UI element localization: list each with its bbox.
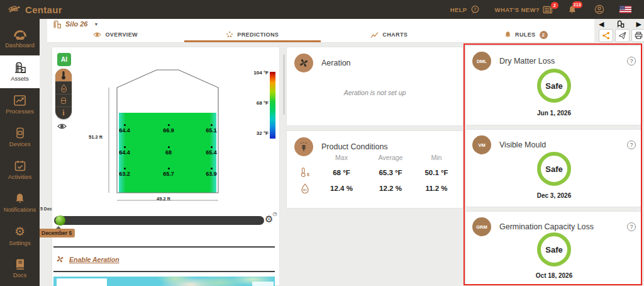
- temp-point[interactable]: 65.4: [200, 149, 223, 156]
- silo-building-icon: [14, 62, 26, 73]
- prediction-date: Oct 18, 2026: [466, 272, 642, 279]
- account-button[interactable]: [594, 4, 604, 14]
- svg-text:MC: MC: [303, 188, 307, 192]
- dml-badge: DML: [472, 52, 491, 71]
- sidebar-item-activities[interactable]: Activities: [0, 154, 40, 186]
- info-layer-button[interactable]: i: [55, 106, 72, 119]
- info-glyph: i: [62, 108, 64, 118]
- enable-aeration-label: Enable Aeration: [69, 256, 119, 263]
- help-icon[interactable]: ?: [627, 140, 636, 149]
- help-icon[interactable]: ?: [627, 222, 636, 231]
- sidebar-item-notifications[interactable]: Notifications: [0, 186, 40, 219]
- help-button[interactable]: HELP ?: [450, 5, 480, 14]
- status-ring: Safe: [537, 69, 571, 103]
- sidebar-item-devices[interactable]: Devices: [0, 121, 40, 154]
- tab-bar: OVERVIEW PREDICTIONS CHARTS RULES 2: [47, 29, 594, 43]
- quick-actions: [599, 29, 644, 42]
- status-label: Safe: [545, 81, 562, 91]
- temperature-layer-button[interactable]: [55, 69, 72, 81]
- card-title: Aeration: [321, 59, 351, 67]
- us-flag-icon: [619, 6, 631, 13]
- temp-point[interactable]: 66.9: [157, 127, 180, 134]
- enable-aeration-link[interactable]: Enable Aeration: [56, 255, 119, 263]
- sidebar-item-label: Settings: [9, 239, 30, 246]
- divider: [53, 246, 275, 248]
- temp-point[interactable]: 63.9: [200, 171, 223, 177]
- dry-matter-loss-card: DML Dry Matter Loss ? Safe Jun 1, 2026: [465, 45, 643, 125]
- germination-capacity-loss-card: GRM Germination Capacity Loss ? Safe Oct…: [465, 211, 643, 285]
- sensor-layer-toolbar: MC i: [55, 69, 72, 119]
- moisture-layer-button[interactable]: MC: [55, 81, 72, 94]
- asset-pager: ◀ ▶: [596, 19, 644, 29]
- language-flag-button[interactable]: [619, 6, 631, 13]
- sidebar-item-processes[interactable]: Processes: [0, 88, 40, 121]
- prev-asset-button[interactable]: ◀: [599, 21, 604, 28]
- gear-icon: ⚙: [14, 226, 25, 237]
- news-icon: 2: [543, 6, 553, 14]
- chevron-down-icon[interactable]: ▼: [94, 22, 98, 26]
- status-label: Safe: [545, 245, 562, 255]
- visible-mould-card: VM Visible Mould ? Safe Dec 3, 2026: [465, 129, 643, 207]
- status-label: Safe: [545, 164, 562, 174]
- sidebar-item-label: Devices: [9, 140, 31, 147]
- sidebar-item-label: Processes: [6, 108, 33, 115]
- sidebar-item-assets[interactable]: Assets: [0, 55, 40, 88]
- next-asset-button[interactable]: ▶: [636, 21, 641, 28]
- timeline-handle[interactable]: [55, 215, 65, 226]
- book-icon: [14, 259, 26, 270]
- silo-visualization-card: AI MC i: [52, 47, 280, 286]
- status-ring: Safe: [537, 232, 571, 266]
- tab-label: CHARTS: [382, 31, 408, 38]
- brand[interactable]: Centaur: [0, 4, 62, 15]
- chart-line-icon: [370, 31, 379, 38]
- temp-point[interactable]: 63.2: [113, 171, 136, 177]
- silo-layer-button[interactable]: [55, 94, 72, 106]
- sidebar-item-docs[interactable]: Docs: [0, 252, 40, 285]
- tab-rules[interactable]: RULES 2: [458, 29, 595, 42]
- calendar-check-icon: [14, 160, 26, 171]
- tab-predictions[interactable]: PREDICTIONS: [184, 29, 321, 42]
- notifications-bell-button[interactable]: 213: [568, 5, 577, 14]
- temperature-color-scale: [270, 72, 275, 139]
- ai-badge[interactable]: AI: [57, 53, 71, 66]
- visibility-eye-icon[interactable]: [57, 123, 67, 130]
- temp-point[interactable]: 64.4: [113, 149, 136, 156]
- whats-new-button[interactable]: WHAT'S NEW? 2: [495, 6, 553, 14]
- temp-point[interactable]: 65.7: [157, 171, 180, 177]
- sidebar-item-label: Activities: [8, 173, 31, 180]
- aeration-empty-message: Aeration is not set up: [287, 89, 463, 96]
- send-button[interactable]: [615, 29, 630, 42]
- tab-overview[interactable]: OVERVIEW: [47, 29, 184, 42]
- timeline-slider[interactable]: [54, 216, 264, 225]
- tab-label: OVERVIEW: [105, 31, 138, 38]
- silo-height-label: 51.2 ft: [89, 134, 103, 140]
- help-label: HELP: [450, 6, 467, 13]
- timeline-settings-icon[interactable]: ⚙: [265, 214, 273, 225]
- prediction-date: Jun 1, 2026: [466, 110, 642, 117]
- divider: [53, 271, 275, 272]
- temp-average: 65.3 °F: [366, 169, 415, 176]
- scale-mid-label: 68 °F: [243, 100, 269, 106]
- print-button[interactable]: [631, 29, 644, 42]
- silo-small-icon: [52, 20, 62, 28]
- card-title: Dry Matter Loss: [499, 57, 619, 66]
- timeline-date-tooltip: December 5: [38, 229, 75, 237]
- sidebar-item-settings[interactable]: ⚙ Settings: [0, 219, 40, 252]
- aeration-card: Aeration Aeration is not set up: [286, 47, 464, 126]
- card-title: Germination Capacity Loss: [499, 222, 619, 231]
- asset-name[interactable]: Silo 26: [65, 20, 87, 28]
- app-header: Centaur HELP ? WHAT'S NEW? 2: [0, 0, 644, 19]
- tab-charts[interactable]: CHARTS: [321, 29, 458, 42]
- temp-point[interactable]: 65.1: [200, 127, 223, 134]
- weather-map[interactable]: [53, 277, 275, 286]
- help-icon[interactable]: ?: [627, 57, 636, 66]
- rules-count-badge: 2: [540, 31, 548, 39]
- share-button[interactable]: [599, 29, 613, 42]
- sidebar-item-dashboard[interactable]: Dashboard: [0, 23, 40, 55]
- svg-text:MC: MC: [62, 88, 65, 91]
- temp-point[interactable]: 68: [157, 149, 180, 156]
- scrollbar[interactable]: [283, 54, 285, 115]
- moisture-min: 11.2 %: [415, 185, 458, 192]
- temp-max: 68 °F: [317, 169, 366, 176]
- temp-point[interactable]: 64.4: [113, 127, 136, 134]
